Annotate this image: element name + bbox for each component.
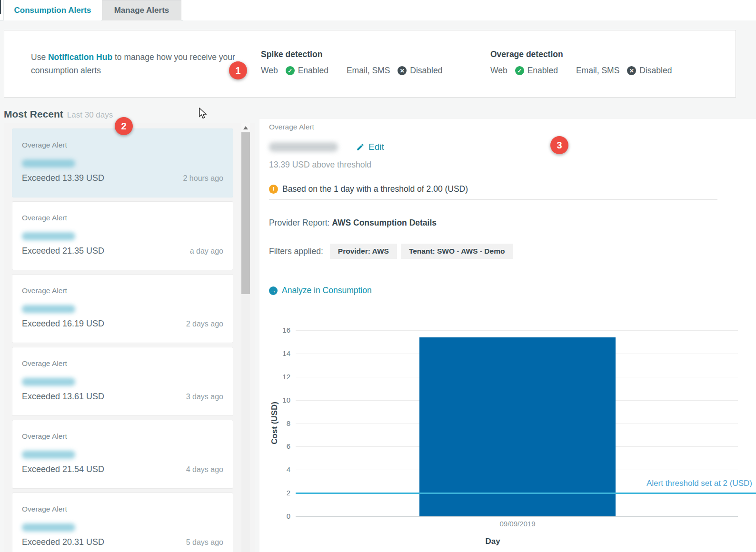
tab-manage-alerts[interactable]: Manage Alerts — [102, 0, 181, 20]
above-threshold-text: 13.39 USD above threshold — [269, 160, 371, 170]
annotation-badge-3: 3 — [550, 136, 568, 154]
alert-time: a day ago — [190, 247, 223, 256]
window-edge — [0, 0, 1, 14]
notification-settings-box: Use Notification Hub to manage how you r… — [4, 30, 736, 98]
most-recent-header: Most RecentLast 30 days — [4, 108, 113, 120]
tab-bar: Consumption Alerts Manage Alerts — [0, 0, 756, 20]
mouse-cursor — [198, 108, 208, 119]
threshold-line — [296, 493, 756, 494]
scrollbar-up-button[interactable] — [241, 123, 250, 132]
spike-web-label: Web — [261, 66, 278, 76]
alert-card[interactable]: Overage AlertExceeded 21.54 USD4 days ag… — [12, 420, 233, 489]
warning-icon: ! — [269, 185, 278, 194]
alert-card[interactable]: Overage AlertExceeded 13.61 USD3 days ag… — [12, 347, 233, 416]
alert-type-label: Overage Alert — [22, 359, 67, 368]
y-tick-label: 16 — [259, 326, 290, 334]
gridline — [296, 330, 738, 331]
x-circle-icon: ✕ — [627, 66, 636, 75]
alert-list: Overage AlertExceeded 13.39 USD2 hours a… — [12, 128, 233, 552]
alert-time: 3 days ago — [186, 393, 223, 401]
alert-card[interactable]: Overage AlertExceeded 13.39 USD2 hours a… — [12, 128, 233, 197]
alert-card[interactable]: Overage AlertExceeded 16.19 USD2 days ag… — [12, 274, 233, 343]
alert-time: 2 days ago — [186, 320, 223, 328]
redacted-product-name — [22, 159, 75, 168]
edit-button[interactable]: Edit — [356, 142, 384, 152]
y-tick-label: 14 — [259, 349, 290, 357]
filter-chip-provider: Provider: AWS — [330, 244, 397, 259]
alert-exceeded-text: Exceeded 21.35 USD — [22, 246, 104, 256]
spike-web-status: Enabled — [298, 66, 328, 76]
redacted-product-name — [22, 451, 75, 459]
alert-type-label: Overage Alert — [22, 214, 67, 222]
notification-message: Use Notification Hub to manage how you r… — [31, 50, 243, 77]
filter-chip-tenant: Tenant: SWO - AWS - Demo — [401, 244, 513, 259]
alert-type-label: Overage Alert — [22, 141, 67, 149]
scrollbar[interactable] — [241, 123, 250, 552]
divider — [269, 199, 717, 200]
alert-type-label: Overage Alert — [22, 432, 67, 441]
scrollbar-thumb[interactable] — [241, 132, 250, 294]
notification-hub-link[interactable]: Notification Hub — [48, 52, 112, 62]
alert-card[interactable]: Overage AlertExceeded 21.35 USDa day ago — [12, 201, 233, 270]
alert-type-label: Overage Alert — [22, 286, 67, 295]
alert-list-panel: Overage AlertExceeded 13.39 USD2 hours a… — [4, 123, 255, 552]
check-circle-icon: ✓ — [286, 66, 295, 75]
alert-detail-panel: Overage Alert Edit 13.39 USD above thres… — [259, 119, 756, 552]
filters-applied-row: Filters applied: Provider: AWS Tenant: S… — [269, 244, 517, 259]
y-tick-label: 10 — [259, 396, 290, 404]
chart: Cost (USD) 09/09/2019 Day Alert threshol… — [259, 305, 756, 552]
spike-email-status: Disabled — [410, 66, 442, 76]
analyze-link-label: Analyze in Consumption — [282, 286, 372, 296]
tab-consumption-alerts[interactable]: Consumption Alerts — [3, 0, 101, 20]
arrow-circle-icon: → — [269, 286, 278, 295]
threshold-note: ! Based on the 1 day with a threshold of… — [269, 184, 468, 194]
overage-web-status: Enabled — [527, 66, 558, 76]
alert-time: 5 days ago — [186, 538, 223, 547]
up-arrow-icon — [243, 126, 248, 129]
analyze-in-consumption-link[interactable]: → Analyze in Consumption — [269, 286, 372, 296]
alert-time: 4 days ago — [186, 465, 223, 474]
alert-time: 2 hours ago — [183, 174, 223, 183]
notification-message-prefix: Use — [31, 52, 48, 62]
chart-bar — [419, 337, 616, 516]
threshold-note-text: Based on the 1 day with a threshold of 2… — [282, 184, 468, 194]
gridline — [296, 516, 738, 517]
alert-exceeded-text: Exceeded 13.61 USD — [22, 392, 104, 402]
redacted-product-name — [22, 305, 75, 313]
detail-category-label: Overage Alert — [269, 123, 314, 131]
edit-button-label: Edit — [368, 142, 384, 152]
y-tick-label: 4 — [259, 465, 290, 473]
redacted-product-name — [269, 142, 338, 152]
alert-exceeded-text: Exceeded 20.31 USD — [22, 537, 104, 547]
y-tick-label: 6 — [259, 442, 290, 450]
alert-exceeded-text: Exceeded 13.39 USD — [22, 173, 104, 183]
alert-exceeded-text: Exceeded 21.54 USD — [22, 464, 104, 474]
y-tick-label: 2 — [259, 489, 290, 497]
spike-detection-title: Spike detection — [261, 49, 442, 59]
redacted-product-name — [22, 378, 75, 386]
provider-report-value: AWS Consumption Details — [332, 218, 437, 227]
filters-applied-label: Filters applied: — [269, 246, 323, 256]
alert-card[interactable]: Overage AlertExceeded 20.31 USD5 days ag… — [12, 493, 233, 552]
most-recent-title: Most Recent — [4, 108, 63, 119]
overage-detection-section: Overage detection Web ✓ Enabled Email, S… — [490, 49, 672, 76]
x-axis-title: Day — [469, 537, 517, 546]
redacted-product-name — [22, 523, 75, 532]
overage-email-status: Disabled — [639, 66, 672, 76]
overage-detection-title: Overage detection — [490, 49, 672, 59]
threshold-label: Alert threshold set at 2 (USD) — [545, 479, 752, 488]
overage-email-label: Email, SMS — [576, 66, 619, 76]
x-tick-label: 09/09/2019 — [479, 520, 556, 528]
spike-email-label: Email, SMS — [347, 66, 390, 76]
spike-detection-section: Spike detection Web ✓ Enabled Email, SMS… — [261, 49, 442, 76]
check-circle-icon: ✓ — [515, 66, 524, 75]
y-tick-label: 8 — [259, 419, 290, 427]
provider-report-label: Provider Report: — [269, 218, 332, 227]
provider-report: Provider Report: AWS Consumption Details — [269, 218, 437, 228]
overage-web-label: Web — [490, 66, 507, 76]
alert-type-label: Overage Alert — [22, 505, 67, 513]
annotation-badge-2: 2 — [115, 117, 133, 135]
y-tick-label: 12 — [259, 373, 290, 381]
alert-exceeded-text: Exceeded 16.19 USD — [22, 319, 104, 329]
x-circle-icon: ✕ — [398, 66, 407, 75]
